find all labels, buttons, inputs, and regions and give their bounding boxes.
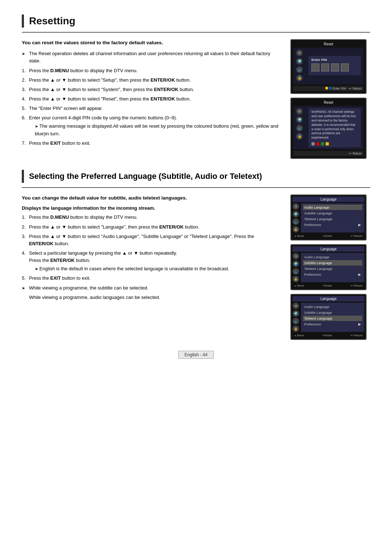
dot-red [316,142,319,145]
resetting-right: Reset ⚙ 🌍 📺 🔒 Enter PIN [290,39,370,159]
return-label-2: ↩ Return [349,152,362,155]
tv-icon-1: ⚙ [296,50,303,56]
lang-icon-3b: 🌍 [293,310,299,317]
enter-label-1: ↩Enter [323,234,332,238]
resetting-content: You can reset the values stored to the f… [22,39,370,159]
pin-menu-area: Enter PIN [309,56,361,75]
section-divider [22,32,370,33]
lang-icon-1b: 🌍 [293,211,299,217]
warning-text: WARNING: All channel settings and user p… [311,110,358,140]
step-reset-arrow1: The Reset operation deletes all channel … [22,50,279,65]
lang-icon-2b: 🌍 [293,260,299,267]
step-reset-5: The "Enter PIN" screen will appear. [22,105,279,112]
lang-panel-1-content: ⚙ 🌍 📺 🔒 Audio Language Subtitle Language… [293,203,364,233]
enter-label-3: ↩Enter [323,334,332,337]
lang-item-subtitle-1: Subtitle Language [303,210,362,216]
reset-panel-1-title: Reset [293,42,364,46]
lang-icon-1a: ⚙ [293,203,299,210]
language-displays: Displays the language information for th… [22,205,279,211]
dot-grey [311,142,315,145]
resetting-title: Resetting [29,15,75,27]
section-bar [22,15,24,28]
language-section: Selecting the Preferred Language (Subtit… [22,170,370,340]
dot-green [321,142,324,145]
lang-panel-1: Language ⚙ 🌍 📺 🔒 Audio Language Subtitle… [290,194,367,241]
pin-box-2 [321,63,329,71]
step-reset-6: Enter your current 4-digit PIN code by u… [22,114,279,137]
lang-panel-3-content: ⚙ 🌍 📺 🔒 Audio Language Subtitle Language… [293,303,364,332]
lang-item-audio-1: Audio Language [303,205,362,210]
lang-menu-1: Audio Language Subtitle Language Teletex… [301,203,364,233]
warning-menu-area: WARNING: All channel settings and user p… [309,108,361,147]
lang-item-preference-2: Preference ▶ [303,272,362,277]
pin-box-4 [341,63,349,71]
lang-step-4: Select a particular language by pressing… [22,250,279,272]
resetting-left: You can reset the values stored to the f… [22,39,279,159]
lang-icon-3a: ⚙ [293,303,299,309]
lang-panel-2-content: ⚙ 🌍 📺 🔒 Audio Language Subtitle Language… [293,253,364,282]
reset-panel-2-inner: ⚙ 🌍 📺 🔒 WARNING: All channel settings an… [293,106,364,149]
lang-icon-3d: 🔒 [293,325,299,332]
pin-boxes [311,63,358,71]
lang-item-subtitle-2: Subtitle Language [303,260,362,266]
preference-label-2: Preference [304,272,321,276]
preference-arrow-2: ▶ [358,272,361,276]
lang-panel-2-title: Language [293,246,364,252]
reset-panel-1: Reset ⚙ 🌍 📺 🔒 Enter PIN [290,39,367,94]
lang-icon-1c: 📺 [293,218,299,225]
lang-bottom-3: ⬥ Move ↩Enter ↩ Return [293,333,364,338]
lang-icon-1d: 🔒 [293,226,299,233]
lang-item-preference-3: Preference ▶ [303,321,362,327]
lang-icons-1: ⚙ 🌍 📺 🔒 [293,203,299,233]
lang-item-audio-3: Audio Language [303,304,362,309]
enter-pin-label: Enter PIN [311,58,358,62]
enter-label-2: ↩Enter [323,284,332,287]
lang-menu-3: Audio Language Subtitle Language Teletex… [301,303,364,332]
lang-step-1: Press the D.MENU button to display the D… [22,214,279,221]
lang-menu-2: Audio Language Subtitle Language Teletex… [301,253,364,282]
return-label-5: ↩ Return [351,334,363,337]
step-reset-3: Press the ▲ or ▼ button to select "Syste… [22,86,279,93]
lang-step-5: Press the EXIT button to exit. [22,275,279,282]
move-label-1: ⬥ Move [294,234,304,238]
reset-panel-2-title: Reset [293,100,364,104]
step-reset-7: Press the EXIT button to exit. [22,140,279,147]
step-reset-2: Press the ▲ or ▼ button to select "Setup… [22,77,279,84]
language-content: You can change the default value for sub… [22,194,370,340]
pin-box-3 [331,63,339,71]
return-label: ↩ Return [349,87,362,90]
tv-icon-3: 📺 [296,66,303,73]
dot-yellow [325,87,328,90]
lang-item-preference-1: Preference ▶ [303,222,362,227]
preference-arrow-3: ▶ [358,322,361,326]
language-right: Language ⚙ 🌍 📺 🔒 Audio Language Subtitle… [290,194,370,340]
lang-item-teletext-3: Teletext Language [303,316,362,321]
lang-bottom-2: ⬥ Move ↩Enter ↩ Return [293,283,364,288]
lang-step-plain: While viewing a programme, audio languag… [22,294,279,301]
resetting-heading: Resetting [22,15,370,28]
reset-panel-icons-row: ⚙ 🌍 📺 🔒 Enter PIN [296,50,361,81]
tv-icon-4: 🔒 [296,75,303,81]
return-label-4: ↩ Return [351,284,363,287]
step-reset-1: Press the D.MENU button to display the D… [22,67,279,74]
lang-step-arrow1: While viewing a programme, the subtitle … [22,284,279,292]
tv-icon-2: 🌍 [296,58,303,65]
lang-panel-2: Language ⚙ 🌍 📺 🔒 Audio Language Subtitle… [290,244,367,290]
lang-icon-2d: 🔒 [293,276,299,282]
preference-label-3: Preference [304,322,321,326]
footer: English - 44 [22,351,370,359]
language-left: You can change the default value for sub… [22,194,279,340]
lang-icon-3c: 📺 [293,318,299,324]
lang-icon-2c: 📺 [293,268,299,275]
language-intro: You can change the default value for sub… [22,194,279,202]
colored-dots [311,142,358,145]
language-heading: Selecting the Preferred Language (Subtit… [22,170,370,183]
lang-step-3: Press the ▲ or ▼ button to select "Audio… [22,233,279,247]
language-title: Selecting the Preferred Language (Subtit… [29,172,262,181]
lang-item-audio-2: Audio Language [303,254,362,260]
tv-icon-w2: 🌍 [296,116,303,123]
lang-icon-2a: ⚙ [293,253,299,259]
lang-item-teletext-1: Teletext Language [303,216,362,222]
section-bar-2 [22,170,24,183]
return-label-3: ↩ Return [351,234,363,238]
